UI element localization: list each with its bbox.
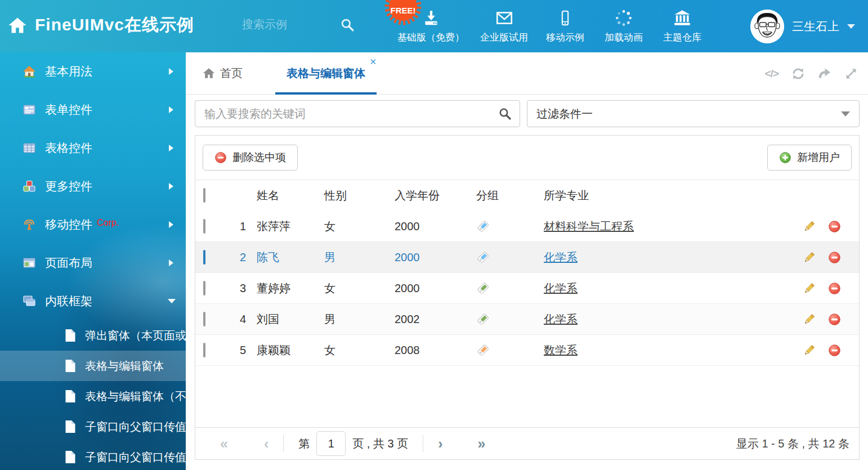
delete-row-icon[interactable] bbox=[828, 313, 841, 326]
download-icon bbox=[422, 8, 441, 28]
row-checkbox[interactable] bbox=[203, 312, 205, 326]
edit-pencil-icon[interactable] bbox=[803, 313, 816, 326]
app-window: FineUIMvc在线示例 搜索示例 基础版（免费） bbox=[0, 0, 868, 470]
table-row[interactable]: 3 董婷婷 女 2000 化学系 bbox=[195, 273, 859, 304]
chevron-right-icon bbox=[169, 259, 173, 266]
sidebar-item-label: 移动控件 bbox=[45, 217, 92, 232]
source-code-icon[interactable]: </> bbox=[765, 68, 778, 80]
chevron-right-icon bbox=[169, 68, 173, 75]
corp-badge: Corp. bbox=[97, 218, 119, 228]
share-icon[interactable] bbox=[818, 67, 831, 80]
delete-row-icon[interactable] bbox=[828, 282, 841, 295]
column-header-gender[interactable]: 性别 bbox=[314, 188, 384, 203]
main-content: 首页 表格与编辑窗体 ✕ </> bbox=[186, 52, 868, 470]
file-icon bbox=[65, 359, 76, 373]
record-summary: 显示 1 - 5 条 , 共 12 条 bbox=[736, 436, 849, 451]
row-checkbox[interactable] bbox=[203, 343, 205, 357]
sidebar-subitem-label: 弹出窗体（本页面或... bbox=[85, 328, 186, 343]
cell-name: 陈飞 bbox=[246, 250, 314, 265]
button-label: 新增用户 bbox=[797, 150, 840, 165]
cell-name: 张萍萍 bbox=[246, 219, 314, 234]
add-user-button[interactable]: 新增用户 bbox=[767, 145, 852, 171]
major-link[interactable]: 材料科学与工程系 bbox=[544, 220, 634, 232]
home-icon bbox=[203, 67, 215, 79]
delete-row-icon[interactable] bbox=[828, 251, 841, 264]
first-page-button[interactable]: « bbox=[220, 437, 228, 451]
nav-label: 移动示例 bbox=[546, 31, 584, 44]
logo[interactable]: FineUIMvc在线示例 bbox=[8, 14, 194, 37]
search-icon[interactable] bbox=[340, 17, 355, 32]
pagination-bar: « ‹ 第 页 , 共 3 页 › » 显示 1 - 5 条 , 共 12 条 bbox=[195, 427, 859, 459]
last-page-button[interactable]: » bbox=[477, 437, 485, 451]
table-row[interactable]: 5 康颖颖 女 2008 数学系 bbox=[195, 335, 859, 366]
edit-pencil-icon[interactable] bbox=[803, 251, 816, 264]
row-number: 2 bbox=[229, 251, 246, 264]
tag-icon bbox=[476, 343, 490, 357]
app-title: FineUIMvc在线示例 bbox=[35, 14, 194, 37]
keyword-search-input[interactable] bbox=[195, 101, 520, 127]
prev-page-button[interactable]: ‹ bbox=[264, 437, 269, 451]
column-header-year[interactable]: 入学年份 bbox=[384, 188, 466, 203]
sidebar-subitem-grid-edit-window-2[interactable]: 表格与编辑窗体（不... bbox=[0, 381, 186, 411]
sidebar-item-iframe[interactable]: 内联框架 bbox=[0, 282, 186, 320]
delete-row-icon[interactable] bbox=[828, 220, 841, 233]
tab-grid-edit-window[interactable]: 表格与编辑窗体 ✕ bbox=[275, 52, 377, 94]
sidebar-item-label: 表格控件 bbox=[45, 140, 92, 156]
table-header-row: 姓名 性别 入学年份 分组 所学专业 bbox=[195, 180, 859, 211]
chevron-down-icon bbox=[847, 24, 855, 29]
refresh-icon[interactable] bbox=[791, 67, 805, 80]
sidebar-item-more-controls[interactable]: 更多控件 bbox=[0, 167, 186, 205]
next-page-button[interactable]: › bbox=[438, 437, 442, 451]
table-row[interactable]: 1 张萍萍 女 2000 材料科学与工程系 bbox=[195, 211, 859, 242]
sidebar-item-grid-controls[interactable]: 表格控件 bbox=[0, 129, 186, 167]
sidebar-subitem-child-to-parent-2[interactable]: 子窗口向父窗口传值... bbox=[0, 442, 186, 470]
edit-pencil-icon[interactable] bbox=[803, 344, 816, 357]
expand-icon[interactable] bbox=[844, 67, 858, 80]
tab-bar: 首页 表格与编辑窗体 ✕ </> bbox=[186, 52, 868, 95]
major-link[interactable]: 化学系 bbox=[544, 313, 578, 325]
column-header-major[interactable]: 所学专业 bbox=[533, 188, 781, 203]
table-row[interactable]: 4 刘国 男 2002 化学系 bbox=[195, 304, 859, 335]
header-nav: 基础版（免费） 企业版试用 bbox=[390, 0, 712, 52]
nav-item-mobile-demo[interactable]: 移动示例 bbox=[536, 0, 594, 52]
nav-item-theme-store[interactable]: 主题仓库 bbox=[653, 0, 712, 52]
cell-year: 2000 bbox=[384, 220, 466, 233]
user-menu[interactable]: 三生石上 bbox=[750, 0, 855, 52]
sidebar-item-mobile-controls[interactable]: 移动控件 Corp. bbox=[0, 205, 186, 244]
row-number: 5 bbox=[229, 344, 246, 357]
sidebar-subitem-grid-edit-window[interactable]: 表格与编辑窗体 bbox=[0, 351, 186, 381]
edit-pencil-icon[interactable] bbox=[803, 220, 816, 233]
major-link[interactable]: 化学系 bbox=[544, 251, 578, 263]
nav-item-enterprise-trial[interactable]: 企业版试用 bbox=[472, 0, 536, 52]
divider bbox=[423, 435, 423, 452]
row-checkbox[interactable] bbox=[203, 219, 205, 234]
nav-item-loading-animation[interactable]: 加载动画 bbox=[594, 0, 653, 52]
cell-name: 董婷婷 bbox=[246, 281, 314, 296]
row-checkbox[interactable] bbox=[203, 281, 205, 296]
row-checkbox[interactable] bbox=[203, 250, 205, 265]
header-search-input[interactable]: 搜索示例 bbox=[242, 17, 332, 32]
file-icon bbox=[65, 329, 76, 342]
divider bbox=[283, 435, 284, 452]
sidebar-subitem-popup-window[interactable]: 弹出窗体（本页面或... bbox=[0, 320, 186, 351]
column-header-name[interactable]: 姓名 bbox=[246, 188, 314, 203]
sidebar-item-page-layout[interactable]: 页面布局 bbox=[0, 244, 186, 282]
edit-pencil-icon[interactable] bbox=[803, 282, 816, 295]
column-header-group[interactable]: 分组 bbox=[466, 188, 533, 203]
select-all-checkbox[interactable] bbox=[203, 188, 205, 203]
major-link[interactable]: 化学系 bbox=[544, 282, 578, 294]
sidebar-subitem-child-to-parent[interactable]: 子窗口向父窗口传值 bbox=[0, 411, 186, 442]
tab-home[interactable]: 首页 bbox=[203, 52, 243, 94]
major-link[interactable]: 数学系 bbox=[544, 344, 578, 356]
close-icon[interactable]: ✕ bbox=[369, 57, 377, 66]
cell-year: 2008 bbox=[384, 344, 466, 357]
sidebar-item-basic-usage[interactable]: 基本用法 bbox=[0, 52, 186, 91]
sidebar-item-form-controls[interactable]: 表单控件 bbox=[0, 91, 186, 129]
page-number-input[interactable] bbox=[316, 431, 346, 456]
search-icon[interactable] bbox=[498, 107, 512, 120]
delete-selected-button[interactable]: 删除选中项 bbox=[203, 145, 298, 171]
filter-condition-dropdown[interactable]: 过滤条件一 bbox=[527, 100, 860, 127]
table-row-selected[interactable]: 2 陈飞 男 2000 化学系 bbox=[195, 242, 859, 273]
chevron-right-icon bbox=[169, 106, 173, 113]
delete-row-icon[interactable] bbox=[828, 344, 841, 357]
